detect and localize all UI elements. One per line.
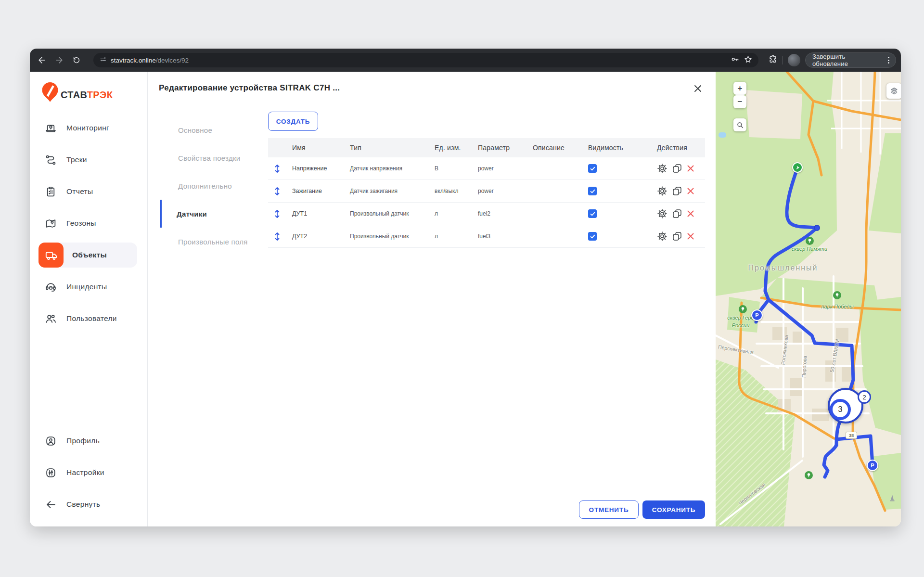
finish-update-label: Завершить обновление — [812, 53, 883, 67]
settings-sliders-icon — [44, 466, 57, 479]
park-tree-icon — [805, 471, 813, 479]
tab-sensors[interactable]: Датчики — [160, 200, 263, 228]
map-label-district: Промышленный — [748, 264, 818, 272]
sidebar-collapse-button[interactable]: Свернуть — [30, 488, 147, 520]
sidebar-item-users[interactable]: Пользователи — [30, 303, 147, 334]
map-label-pirogova: Пирогова — [801, 356, 808, 378]
forward-icon[interactable] — [52, 53, 66, 67]
sensor-type: Произвольный датчик — [344, 210, 429, 217]
reports-icon — [44, 185, 57, 198]
logo-pin-icon — [41, 82, 59, 103]
monitoring-icon — [44, 122, 57, 134]
tab-trip-properties[interactable]: Свойства поездки — [160, 144, 263, 172]
map-panel[interactable]: сквер Памяти Промышленный парк Победы ск… — [716, 72, 901, 526]
tab-main[interactable]: Основное — [160, 116, 263, 144]
finish-update-button[interactable]: Завершить обновление — [805, 52, 896, 68]
password-key-icon[interactable] — [730, 54, 740, 66]
sensor-copy-icon[interactable] — [672, 208, 682, 219]
sidebar-item-tracks[interactable]: Треки — [30, 144, 147, 176]
tracking-protection-icon[interactable] — [99, 55, 107, 65]
sensor-type: Датчик напряжения — [344, 165, 429, 172]
browser-window: stavtrack.online/devices/92 Завершить об… — [30, 49, 901, 526]
sidebar-item-objects[interactable]: Объекты — [30, 239, 147, 271]
visibility-checkbox[interactable] — [588, 164, 597, 173]
geozones-icon — [44, 217, 57, 230]
bookmark-star-icon[interactable] — [744, 55, 753, 66]
col-header-unit: Ед. изм. — [429, 144, 472, 152]
table-row: ДУТ2 Произвольный датчик л fuel3 — [268, 225, 705, 248]
sensor-unit: вкл/выкл — [429, 188, 472, 194]
back-icon[interactable] — [35, 53, 49, 67]
sensor-delete-icon[interactable] — [687, 165, 694, 172]
route-waypoint-dot[interactable] — [814, 225, 820, 231]
drag-sort-icon[interactable] — [268, 209, 286, 219]
map-zoom-out-button[interactable]: − — [733, 95, 746, 108]
sensor-delete-icon[interactable] — [687, 232, 694, 240]
sidebar-item-geozones[interactable]: Геозоны — [30, 207, 147, 239]
visibility-checkbox[interactable] — [588, 209, 597, 218]
logo-text: СТАВТРЭК — [61, 90, 113, 101]
cancel-button[interactable]: ОТМЕНИТЬ — [579, 500, 639, 519]
sensor-settings-gear-icon[interactable] — [657, 163, 667, 174]
map-label-skver-geroev-2: России — [732, 322, 750, 328]
sensor-unit: В — [429, 165, 472, 172]
parking-marker[interactable]: P — [751, 309, 763, 321]
map-canvas — [716, 72, 901, 526]
sensors-table: Имя Тип Ед. изм. Параметр Описание Видим… — [268, 138, 705, 248]
users-icon — [44, 312, 57, 325]
drag-sort-icon[interactable] — [268, 231, 286, 242]
drag-sort-icon[interactable] — [268, 186, 286, 196]
extensions-puzzle-icon[interactable] — [768, 54, 778, 66]
sensor-name: Напряжение — [286, 165, 344, 172]
sensor-copy-icon[interactable] — [672, 231, 682, 242]
toolbar-separator — [783, 56, 783, 64]
col-header-type: Тип — [344, 144, 429, 152]
sensor-param: power — [472, 188, 527, 194]
sensor-settings-gear-icon[interactable] — [657, 231, 667, 242]
close-icon[interactable] — [693, 83, 703, 94]
sidebar-item-incidents[interactable]: Инциденты — [30, 271, 147, 303]
sidebar-item-reports[interactable]: Отчеты — [30, 176, 147, 207]
sensor-unit: л — [429, 210, 472, 217]
map-layers-button[interactable] — [886, 83, 901, 99]
sensor-param: fuel3 — [472, 233, 527, 240]
park-tree-icon — [739, 305, 747, 313]
sensor-settings-gear-icon[interactable] — [657, 208, 667, 219]
col-header-name: Имя — [286, 144, 344, 152]
sensor-name: Зажигание — [286, 188, 344, 194]
map-search-button[interactable] — [733, 118, 746, 131]
sensor-settings-gear-icon[interactable] — [657, 186, 667, 196]
table-row: ДУТ1 Произвольный датчик л fuel2 — [268, 203, 705, 225]
sidebar-item-monitoring[interactable]: Мониторинг — [30, 112, 147, 144]
park-tree-icon — [833, 291, 841, 299]
sensor-type: Произвольный датчик — [344, 233, 429, 240]
save-button[interactable]: СОХРАНИТЬ — [642, 500, 705, 519]
url-bar[interactable]: stavtrack.online/devices/92 — [93, 53, 758, 67]
tracks-icon — [44, 154, 57, 166]
tab-custom-fields[interactable]: Произвольные поля — [160, 228, 263, 256]
col-header-visible: Видимость — [582, 144, 651, 152]
sensor-delete-icon[interactable] — [687, 210, 694, 218]
sidebar-item-settings[interactable]: Настройки — [30, 457, 147, 488]
sidebar-item-profile[interactable]: Профиль — [30, 425, 147, 457]
tab-additional[interactable]: Дополнительно — [160, 172, 263, 200]
sensor-delete-icon[interactable] — [687, 187, 694, 195]
marker-cluster-count[interactable]: 3 — [830, 399, 851, 420]
collapse-arrow-icon — [44, 498, 57, 511]
visibility-checkbox[interactable] — [588, 232, 597, 241]
drag-sort-icon[interactable] — [268, 164, 286, 174]
park-tree-icon — [806, 237, 814, 245]
profile-avatar[interactable] — [788, 54, 800, 66]
route-start-marker[interactable] — [792, 162, 803, 173]
sensor-type: Датчик зажигания — [344, 188, 429, 194]
reload-icon[interactable] — [69, 53, 84, 67]
marker-cluster-badge[interactable]: 2 — [858, 390, 871, 404]
sensor-copy-icon[interactable] — [672, 163, 682, 174]
create-button[interactable]: СОЗДАТЬ — [268, 112, 318, 131]
parking-marker[interactable]: P — [867, 460, 878, 471]
sensor-copy-icon[interactable] — [672, 186, 682, 196]
map-zoom-in-button[interactable]: + — [733, 82, 746, 95]
browser-menu-icon[interactable] — [886, 57, 891, 64]
visibility-checkbox[interactable] — [588, 187, 597, 195]
sensor-param: power — [472, 165, 527, 172]
